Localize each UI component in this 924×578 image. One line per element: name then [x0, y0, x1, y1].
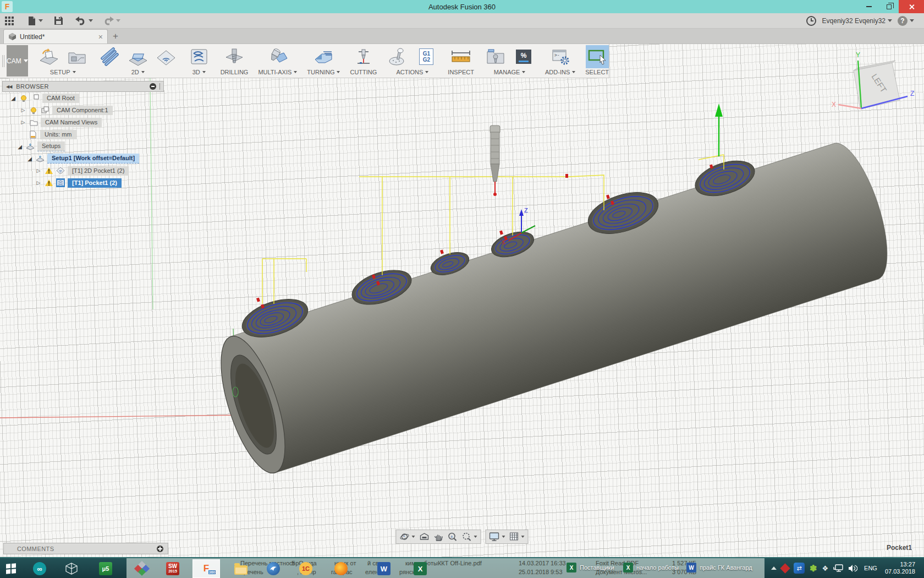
select-button[interactable] — [586, 45, 609, 68]
panel-grip[interactable] — [160, 83, 160, 90]
view-cube[interactable]: LEFT Y Z X — [831, 50, 921, 118]
redo-button[interactable] — [103, 17, 120, 25]
comments-bar[interactable]: COMMENTS — [3, 543, 168, 554]
turning-button[interactable] — [312, 45, 335, 68]
tool-library-button[interactable] — [484, 45, 507, 68]
tree-label[interactable]: CAM Component:1 — [52, 106, 113, 115]
display-settings-button[interactable] — [488, 531, 507, 542]
browser-header[interactable]: ◀◀ BROWSER — [2, 81, 164, 92]
visibility-bulb-icon[interactable] — [19, 94, 28, 102]
tray-clock[interactable]: 13:27 07.03.2018 — [885, 561, 915, 575]
group-label-cutting[interactable]: CUTTING — [350, 68, 377, 76]
grid-settings-button[interactable] — [508, 531, 526, 542]
workspace-switcher[interactable]: CAM — [7, 45, 28, 77]
taskbar-cad-app[interactable] — [134, 561, 150, 576]
tree-item-pocket1[interactable]: ▷ [T1] Pocket1 (2) — [0, 177, 166, 189]
taskbar-excel[interactable]: X — [413, 561, 428, 576]
3d-pocket-button[interactable] — [188, 45, 211, 68]
visibility-bulb-icon[interactable] — [29, 106, 38, 114]
tree-item-units[interactable]: Units: mm — [0, 128, 166, 140]
setup-folder-button[interactable] — [65, 45, 89, 68]
expander-icon[interactable]: ▷ — [35, 168, 42, 173]
taskbar-firefox[interactable] — [333, 561, 349, 576]
tree-label[interactable]: Setup1 [Work offset=Default] — [47, 154, 139, 163]
group-label-actions[interactable]: ACTIONS — [396, 68, 428, 76]
tray-red-diamond[interactable] — [782, 565, 789, 572]
measure-button[interactable] — [449, 45, 472, 68]
look-at-button[interactable] — [418, 531, 431, 542]
group-label-inspect[interactable]: INSPECT — [448, 68, 474, 76]
group-label-addins[interactable]: ADD-INS — [545, 68, 575, 76]
feeds-speeds-button[interactable]: % — [512, 45, 535, 68]
help-menu[interactable]: ? — [898, 16, 914, 26]
start-button[interactable] — [3, 561, 19, 576]
tray-icq[interactable]: ✽ — [810, 563, 817, 574]
file-menu-button[interactable] — [28, 16, 43, 26]
undo-button[interactable] — [75, 17, 93, 25]
2d-adaptive-button[interactable] — [98, 45, 122, 68]
hide-browser-icon[interactable] — [150, 83, 156, 90]
pan-button[interactable] — [432, 531, 445, 543]
g1g2-button[interactable]: G1G2 — [415, 45, 438, 68]
expander-icon[interactable]: ◢ — [26, 156, 33, 162]
tree-item-cam-component[interactable]: ▷ CAM Component:1 — [0, 104, 166, 116]
group-label-turning[interactable]: TURNING — [307, 68, 340, 76]
expander-icon[interactable]: ▷ — [35, 180, 42, 186]
tree-label[interactable]: [T1] 2D Pocket1 (2) — [68, 166, 129, 176]
ribbon-grip[interactable] — [2, 44, 4, 78]
tree-item-setup1[interactable]: ◢ Setup1 [Work offset=Default] — [0, 152, 166, 165]
tab-close-button[interactable]: × — [98, 32, 103, 41]
zoom-window-button[interactable] — [460, 531, 479, 543]
group-label-manage[interactable]: MANAGE — [494, 68, 526, 76]
tree-item-named-views[interactable]: ▷ CAM Named Views — [0, 116, 166, 128]
hidden-icons-button[interactable] — [771, 566, 777, 570]
addins-button[interactable]: >- — [549, 45, 572, 68]
orbit-button[interactable]: + — [398, 531, 417, 543]
new-tab-button[interactable]: + — [108, 29, 123, 43]
app-grid-button[interactable] — [4, 16, 14, 26]
window-button-price-avangard[interactable]: W прайс ГК Авангард — [686, 563, 752, 572]
group-label-multiaxis[interactable]: MULTI-AXIS — [258, 68, 297, 76]
group-label-drilling[interactable]: DRILLING — [221, 68, 249, 76]
taskbar-thunderbird[interactable] — [266, 561, 281, 576]
window-button-nachalo-raboty[interactable]: X начало работы — [623, 563, 679, 572]
zoom-button[interactable]: ± — [446, 531, 459, 543]
taskbar-word[interactable]: W — [376, 561, 392, 576]
taskbar-keil[interactable]: μ5 — [98, 561, 113, 576]
tree-item-cam-root[interactable]: ◢ CAM Root — [0, 92, 166, 104]
expander-icon[interactable]: ◢ — [16, 144, 23, 150]
collapse-panel-icon[interactable]: ◀◀ — [6, 84, 12, 89]
cutting-button[interactable] — [352, 45, 375, 68]
viewport[interactable]: Z X CAM SETUP — [0, 44, 924, 557]
taskbar-explorer[interactable] — [233, 561, 249, 576]
tray-volume[interactable] — [848, 564, 857, 572]
multiaxis-button[interactable] — [266, 45, 289, 68]
taskbar-1c[interactable]: 1С — [298, 561, 314, 576]
tab-untitled[interactable]: Untitled* × — [3, 29, 108, 43]
window-button-postavshiki[interactable]: X Поставщики — [566, 563, 614, 572]
expander-icon[interactable]: ▷ — [20, 119, 26, 125]
language-indicator[interactable]: ENG — [864, 565, 877, 571]
group-label-select[interactable]: SELECT — [585, 68, 609, 76]
stock-cylinder[interactable] — [208, 138, 899, 480]
expander-icon[interactable]: ◢ — [10, 95, 16, 101]
taskbar-arduino[interactable]: ∞ — [32, 561, 47, 576]
tray-dropbox[interactable]: ❖ — [822, 564, 828, 572]
user-account-menu[interactable]: Evqeniy32 Evqeniy32 — [822, 17, 892, 25]
tree-label[interactable]: CAM Named Views — [41, 118, 102, 127]
new-setup-button[interactable] — [37, 45, 61, 68]
drilling-button[interactable] — [223, 45, 246, 68]
2d-contour-button[interactable] — [155, 45, 178, 68]
job-status-clock-icon[interactable] — [806, 15, 817, 26]
tree-label[interactable]: Units: mm — [40, 130, 76, 139]
add-comment-icon[interactable] — [157, 546, 163, 552]
taskbar-solidworks[interactable]: SW2015 — [165, 561, 180, 576]
save-button[interactable] — [54, 16, 63, 25]
tray-network[interactable] — [833, 564, 843, 572]
tree-label[interactable]: Setups — [37, 141, 65, 151]
group-label-2d[interactable]: 2D — [131, 68, 145, 76]
tree-item-setups[interactable]: ◢ Setups — [0, 140, 166, 152]
group-label-3d[interactable]: 3D — [193, 68, 206, 76]
post-process-button[interactable] — [387, 45, 410, 68]
cutting-tool[interactable] — [490, 126, 500, 196]
